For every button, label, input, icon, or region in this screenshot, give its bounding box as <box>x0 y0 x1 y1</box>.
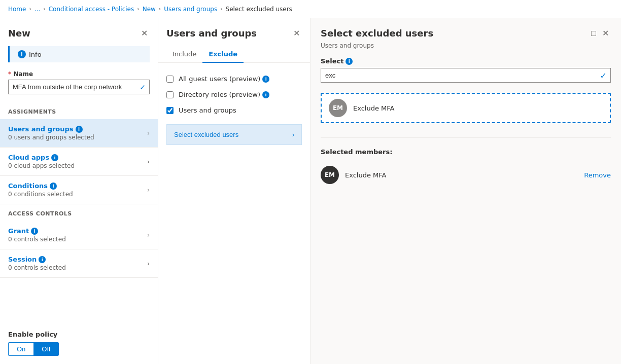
cloud-apps-chevron-icon: › <box>147 158 150 165</box>
nav-item-grant-title: Grant i <box>8 227 66 235</box>
nav-item-session-content: Session i 0 controls selected <box>8 256 66 271</box>
cloud-apps-info-icon: i <box>51 154 58 161</box>
result-name: Exclude MFA <box>353 104 394 112</box>
session-info-icon: i <box>39 256 46 263</box>
dir-roles-info-icon: i <box>262 91 269 98</box>
select-info-icon: i <box>346 58 353 65</box>
users-groups-checkbox[interactable] <box>166 107 174 114</box>
nav-item-conditions-content: Conditions i 0 conditions selected <box>8 182 73 198</box>
option-users-groups: Users and groups <box>158 102 310 118</box>
member-row: EM Exclude MFA Remove <box>321 162 611 188</box>
select-search-section: Select i ✓ <box>310 57 621 89</box>
option-all-guests: All guest users (preview) i <box>158 71 310 87</box>
panel-users-title: Users and groups <box>166 28 257 39</box>
panel-select-title: Select excluded users <box>321 28 433 39</box>
selected-members-section: Selected members: EM Exclude MFA Remove <box>310 148 621 188</box>
panel-users-close-button[interactable]: ✕ <box>291 26 302 40</box>
enable-policy-section: Enable policy On Off <box>0 322 158 364</box>
nav-item-cloud-apps-title: Cloud apps i <box>8 154 75 161</box>
name-input[interactable] <box>8 80 150 94</box>
select-users-chevron-icon: › <box>292 131 294 138</box>
panel-users-groups: Users and groups ✕ Include Exclude All g… <box>158 18 310 364</box>
breadcrumb-ca[interactable]: Conditional access - Policies <box>49 6 134 13</box>
conditions-chevron-icon: › <box>147 187 150 194</box>
users-groups-chevron-icon: › <box>147 130 150 137</box>
search-input[interactable] <box>321 68 611 83</box>
breadcrumb-tenant[interactable]: ... <box>34 6 40 13</box>
nav-item-cloud-apps[interactable]: Cloud apps i 0 cloud apps selected › <box>0 148 158 176</box>
enable-policy-label: Enable policy <box>8 331 150 338</box>
panel-users-header: Users and groups ✕ <box>158 18 310 40</box>
breadcrumb: Home › ... › Conditional access - Polici… <box>0 0 621 18</box>
divider <box>321 137 611 138</box>
breadcrumb-sep-1: › <box>29 6 31 12</box>
session-chevron-icon: › <box>147 260 150 267</box>
nav-item-grant-subtitle: 0 controls selected <box>8 236 66 243</box>
nav-item-grant[interactable]: Grant i 0 controls selected › <box>0 221 158 249</box>
breadcrumb-current: Select excluded users <box>226 6 292 13</box>
toggle-on-button[interactable]: On <box>9 343 33 355</box>
info-bar: i Info <box>8 46 150 62</box>
breadcrumb-home[interactable]: Home <box>8 6 26 13</box>
panel3-actions: □ ✕ <box>589 26 611 40</box>
panel-new-policy: New ✕ i Info * Name ✓ Assignments Users … <box>0 18 158 364</box>
member-name: Exclude MFA <box>345 171 578 179</box>
tab-exclude[interactable]: Exclude <box>202 46 244 63</box>
users-groups-info-icon: i <box>76 126 83 133</box>
users-groups-option-label: Users and groups <box>179 106 236 114</box>
panel-select-close-button[interactable]: ✕ <box>600 26 611 40</box>
dir-roles-label: Directory roles (preview) i <box>179 91 269 98</box>
toggle-off-button[interactable]: Off <box>33 343 58 355</box>
selected-members-label: Selected members: <box>321 148 611 156</box>
main-layout: New ✕ i Info * Name ✓ Assignments Users … <box>0 18 621 364</box>
result-avatar: EM <box>329 99 347 117</box>
panel-new-close-button[interactable]: ✕ <box>139 26 150 40</box>
panel-select-maximize-button[interactable]: □ <box>589 26 598 40</box>
nav-item-users-groups-subtitle: 0 users and groups selected <box>8 134 94 141</box>
nav-item-grant-content: Grant i 0 controls selected <box>8 227 66 243</box>
nav-item-session-title: Session i <box>8 256 66 263</box>
breadcrumb-sep-2: › <box>43 6 45 12</box>
name-field-section: * Name ✓ <box>0 70 158 102</box>
breadcrumb-sep-3: › <box>137 6 139 12</box>
nav-item-cloud-apps-content: Cloud apps i 0 cloud apps selected <box>8 154 75 169</box>
remove-member-button[interactable]: Remove <box>584 171 611 179</box>
nav-item-conditions-title: Conditions i <box>8 182 73 190</box>
grant-info-icon: i <box>31 228 38 235</box>
breadcrumb-sep-5: › <box>220 6 222 12</box>
nav-item-conditions[interactable]: Conditions i 0 conditions selected › <box>0 176 158 204</box>
enable-policy-toggle: On Off <box>8 342 59 356</box>
breadcrumb-users-groups[interactable]: Users and groups <box>164 6 217 13</box>
panel-select-header: Select excluded users □ ✕ <box>310 18 621 42</box>
select-search-label: Select i <box>321 57 611 65</box>
nav-item-users-groups-content: Users and groups i 0 users and groups se… <box>8 125 94 141</box>
all-guests-checkbox[interactable] <box>166 76 174 83</box>
panel-new-title: New <box>8 28 30 39</box>
nav-item-users-groups-title: Users and groups i <box>8 125 94 133</box>
dir-roles-checkbox[interactable] <box>166 91 174 98</box>
select-excluded-users-button[interactable]: Select excluded users › <box>166 124 302 145</box>
access-controls-title: Access controls <box>0 204 158 221</box>
panel-users-tabs: Include Exclude <box>158 46 310 63</box>
breadcrumb-new[interactable]: New <box>143 6 156 13</box>
nav-item-conditions-subtitle: 0 conditions selected <box>8 191 73 198</box>
panel-new-header: New ✕ <box>0 18 158 46</box>
panel-select-subtitle: Users and groups <box>310 42 621 57</box>
conditions-info-icon: i <box>50 183 57 190</box>
search-result-item[interactable]: EM Exclude MFA <box>321 93 611 123</box>
all-guests-label: All guest users (preview) i <box>179 75 269 83</box>
grant-chevron-icon: › <box>147 232 150 239</box>
nav-item-session-subtitle: 0 controls selected <box>8 264 66 271</box>
nav-item-session[interactable]: Session i 0 controls selected › <box>0 249 158 278</box>
panel-select-excluded: Select excluded users □ ✕ Users and grou… <box>310 18 621 364</box>
nav-item-cloud-apps-subtitle: 0 cloud apps selected <box>8 162 75 169</box>
breadcrumb-sep-4: › <box>159 6 161 12</box>
tab-include[interactable]: Include <box>166 46 202 63</box>
info-text: Info <box>29 51 42 58</box>
spacer <box>0 278 158 322</box>
all-guests-info-icon: i <box>262 76 269 83</box>
name-field-wrapper: ✓ <box>8 80 150 94</box>
option-dir-roles: Directory roles (preview) i <box>158 87 310 102</box>
member-avatar: EM <box>321 166 339 184</box>
nav-item-users-groups[interactable]: Users and groups i 0 users and groups se… <box>0 119 158 148</box>
